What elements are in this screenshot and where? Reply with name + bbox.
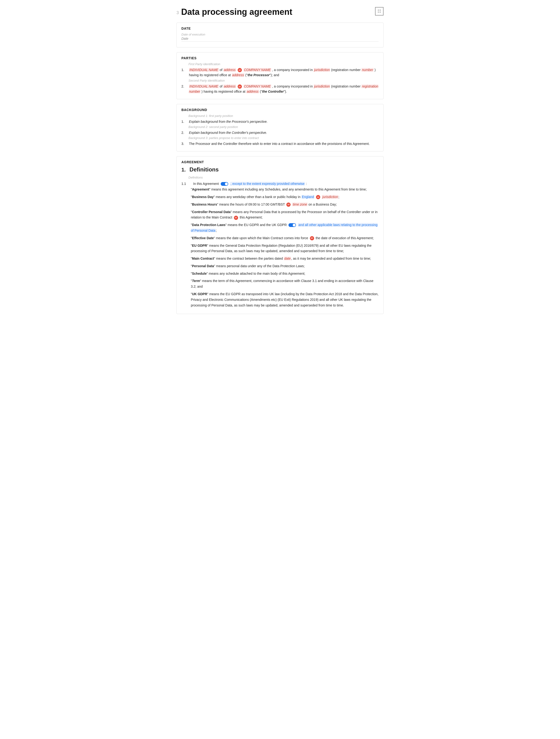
bg2-label: Background 2: second party position <box>188 125 379 129</box>
agreement-section: AGREEMENT 1. Definitions Definitions 1.1… <box>176 156 384 314</box>
party1-reg-pre: (registration number <box>331 68 362 72</box>
bg1-num: 1. <box>181 119 186 124</box>
def-key-businessday: Business Day <box>192 195 214 199</box>
def-ukgdpr: "UK GDPR" means the EU GDPR as transpose… <box>191 291 379 308</box>
party1-item: 1. INDIVIDUAL NAME of address or COMPANY… <box>181 67 379 78</box>
def-timezone: time zone <box>292 202 307 206</box>
party2-num: 2. <box>181 84 186 94</box>
date-heading: DATE <box>181 27 379 30</box>
def-intro-text: In this Agreement , except to the extent… <box>193 181 379 186</box>
party1-incorporated: , a company incorporated in <box>272 68 314 72</box>
def-key-schedule: Schedule <box>192 272 206 275</box>
def-agreement: "Agreement" means this agreement includi… <box>191 187 379 192</box>
section-num: 1. <box>181 167 186 173</box>
party2-or-badge: or <box>238 85 242 89</box>
party2-close: "). <box>284 90 287 93</box>
party1-or-badge: or <box>238 68 242 72</box>
background-section: BACKGROUND Background 1: first party pos… <box>176 104 384 151</box>
def-england: England <box>301 195 314 199</box>
def-key-eugdpr: EU GDPR <box>192 244 207 248</box>
party1-jurisdiction: jurisdiction <box>314 68 330 72</box>
def-term: "Term" means the term of this Agreement,… <box>191 278 379 290</box>
intro-highlight: , except to the extent expressly provide… <box>230 182 305 185</box>
parties-section: PARTIES First Party identification 1. IN… <box>176 52 384 99</box>
party1-close: "); and <box>270 73 279 77</box>
bg3-item: 3. The Processor and the Controller ther… <box>181 141 379 146</box>
def-key-pd: Personal Data <box>192 264 214 268</box>
def-bh-or: or <box>286 202 291 207</box>
party2-reg-pre: (registration number <box>331 85 362 88</box>
bg3-num: 3. <box>181 141 186 146</box>
section-title: Definitions <box>189 166 219 173</box>
toggle-1[interactable] <box>221 182 228 186</box>
party1-role: the Processor <box>248 73 269 77</box>
party2-jurisdiction: jurisdiction <box>314 85 330 88</box>
def-key-dpl: Data Protection Laws <box>192 223 226 227</box>
def-key-businesshours: Business Hours <box>192 202 217 206</box>
party1-end: (" <box>245 73 248 77</box>
bg1-text: Explain background from the Processor's … <box>189 119 379 124</box>
party2-end: (" <box>260 90 262 93</box>
party2-individual: INDIVIDUAL NAME <box>189 85 219 88</box>
party2-item: 2. INDIVIDUAL NAME of address or COMPANY… <box>181 84 379 94</box>
background-heading: BACKGROUND <box>181 108 379 112</box>
party1-of: of <box>220 68 224 72</box>
bg1-item: 1. Explain background from the Processor… <box>181 119 379 124</box>
def-business-hours: "Business Hours" means the hours of 09:0… <box>191 202 379 207</box>
bg2-num: 2. <box>181 130 186 135</box>
document-icon[interactable]: ☷ <box>375 7 384 15</box>
def-mc-date: date <box>284 257 291 260</box>
def-key-ukgdpr: UK GDPR <box>192 292 207 296</box>
party2-text: INDIVIDUAL NAME of address or COMPANY NA… <box>189 84 379 94</box>
party2-line2: having its registered office at <box>203 90 246 93</box>
bg2-text: Explain background from the Controller's… <box>189 130 379 135</box>
def-intro-num: 1.1 <box>181 181 191 186</box>
def-intro-row: 1.1 In this Agreement , except to the ex… <box>181 181 379 186</box>
parties-heading: PARTIES <box>181 56 379 60</box>
page-number: 3 <box>176 10 179 15</box>
def-cpd-or: or <box>234 216 238 220</box>
intro-pre: In this Agreement <box>193 182 220 185</box>
def-key-cpd: Controller Personal Data <box>192 210 231 214</box>
def-eugdpr: "EU GDPR" means the General Data Protect… <box>191 243 379 254</box>
party2-company: COMPANY NAME <box>244 85 271 88</box>
bg3-text: The Processor and the Controller therefo… <box>189 141 379 146</box>
title-row: 3 Data processing agreement <box>176 7 292 17</box>
def-bd-or: or <box>316 195 320 199</box>
def-schedule: "Schedule" means any schedule attached t… <box>191 271 379 277</box>
def-key-term: Term <box>192 279 200 283</box>
bg1-label: Background 1: first party position <box>188 114 379 118</box>
doc-header: 3 Data processing agreement ☷ <box>176 7 384 17</box>
definitions-label: Definitions <box>188 176 379 179</box>
date-field-label: Date of execution <box>181 33 379 36</box>
def-dpl: "Data Protection Laws" means the EU GDPR… <box>191 222 379 234</box>
def-key-agreement: Agreement <box>192 187 209 191</box>
date-section: DATE Date of execution Date <box>176 23 384 47</box>
party1-label: First Party identification <box>188 62 379 66</box>
party2-role: the Controller <box>262 90 284 93</box>
def-pd: "Personal Data" means personal data unde… <box>191 263 379 269</box>
party1-text: INDIVIDUAL NAME of address or COMPANY NA… <box>189 67 379 78</box>
party2-address1: address <box>223 85 236 88</box>
party2-reg-post: ) <box>201 90 202 93</box>
def-business-day: "Business Day" means any weekday other t… <box>191 194 379 200</box>
party1-number: number <box>362 68 374 72</box>
document-title: Data processing agreement <box>181 7 292 17</box>
date-field-value: Date <box>181 37 379 42</box>
def-key-mc: Main Contract <box>192 257 214 260</box>
party1-reg-post: ) <box>375 68 376 72</box>
bg2-item: 2. Explain background from the Controlle… <box>181 130 379 135</box>
def-jurisdiction1: jurisdiction <box>322 195 338 199</box>
party1-address1: address <box>223 68 236 72</box>
def-key-ed: Effective Date <box>192 236 214 240</box>
agreement-heading: AGREEMENT <box>181 160 379 164</box>
def-effective-date: "Effective Date" means the date upon whi… <box>191 236 379 241</box>
toggle-2[interactable] <box>288 223 296 227</box>
def-cpd: "Controller Personal Data" means any Per… <box>191 209 379 220</box>
party1-address2: address <box>232 73 245 77</box>
bg3-label: Background 3: parties propose to enter i… <box>188 136 379 140</box>
party1-company: COMPANY NAME <box>244 68 271 72</box>
definitions-title-row: 1. Definitions <box>181 166 379 173</box>
party1-individual: INDIVIDUAL NAME <box>189 68 219 72</box>
intro-colon: : <box>306 182 307 185</box>
